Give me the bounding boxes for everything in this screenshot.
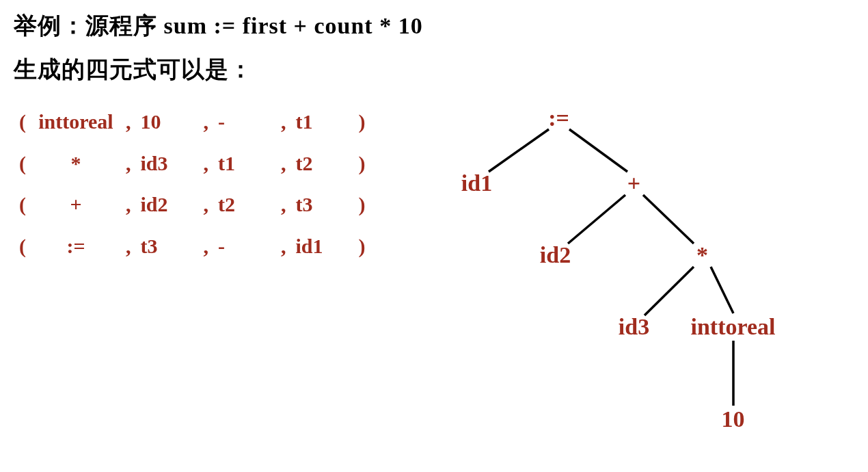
tree-edge: [643, 195, 694, 244]
quad-cell-a2: -: [214, 102, 275, 142]
quad-cell-c2: ,: [200, 144, 213, 184]
tree-node-inttoreal: inttoreal: [690, 314, 775, 340]
quad-cell-a1: 10: [137, 102, 198, 142]
quad-cell-a3: t3: [292, 185, 353, 225]
quadruple-row: (:=,t3,-,id1): [15, 226, 370, 267]
quad-cell-rp: ): [355, 144, 370, 184]
quadruple-row: (+,id2,t2,t3): [15, 185, 370, 225]
quad-cell-lp: (: [15, 102, 30, 142]
quad-cell-c1: ,: [122, 226, 135, 267]
heading-quadruples: 生成的四元式可以是：: [14, 54, 854, 86]
tree-node-assign: :=: [548, 105, 569, 131]
quad-cell-lp: (: [15, 185, 30, 225]
tree-edges: [398, 98, 822, 472]
syntax-tree: :=id1+id2*id3inttoreal10: [398, 98, 822, 472]
quad-cell-lp: (: [15, 144, 30, 184]
heading-example: 举例：源程序 sum := first + count * 10: [14, 10, 854, 42]
tree-node-ten: 10: [722, 406, 745, 432]
quad-cell-c2: ,: [200, 102, 213, 142]
quadruple-row: (inttoreal,10,-,t1): [15, 102, 370, 142]
quad-cell-a1: id2: [137, 185, 198, 225]
quad-cell-rp: ): [355, 185, 370, 225]
tree-edge: [645, 267, 694, 315]
quad-cell-c3: ,: [277, 226, 290, 267]
quad-cell-a3: t2: [292, 144, 353, 184]
quad-cell-a2: t2: [214, 185, 275, 225]
quad-cell-c2: ,: [200, 185, 213, 225]
tree-node-id2: id2: [540, 242, 571, 268]
quad-cell-c1: ,: [122, 102, 135, 142]
quad-cell-c1: ,: [122, 185, 135, 225]
quad-cell-rp: ): [355, 226, 370, 267]
tree-edge: [489, 129, 549, 172]
quad-cell-a1: id3: [137, 144, 198, 184]
quad-cell-op: inttoreal: [31, 102, 120, 142]
quad-cell-c3: ,: [277, 144, 290, 184]
quad-cell-a2: -: [214, 226, 275, 267]
quad-cell-a2: t1: [214, 144, 275, 184]
quad-cell-a3: t1: [292, 102, 353, 142]
quad-cell-op: :=: [31, 226, 120, 267]
quad-cell-c3: ,: [277, 102, 290, 142]
quad-cell-op: +: [31, 185, 120, 225]
content-row: (inttoreal,10,-,t1)(*,id3,t1,t2)(+,id2,t…: [14, 98, 854, 472]
tree-edge: [569, 129, 627, 172]
tree-node-plus: +: [627, 170, 640, 196]
tree-node-star: *: [696, 242, 708, 268]
quad-cell-a3: id1: [292, 226, 353, 267]
tree-edge: [711, 267, 733, 313]
tree-node-id1: id1: [461, 170, 492, 196]
quad-cell-c1: ,: [122, 144, 135, 184]
quad-cell-c2: ,: [200, 226, 213, 267]
quad-cell-c3: ,: [277, 185, 290, 225]
quad-cell-a1: t3: [137, 226, 198, 267]
quad-cell-rp: ): [355, 102, 370, 142]
quad-cell-lp: (: [15, 226, 30, 267]
quadruple-row: (*,id3,t1,t2): [15, 144, 370, 184]
quad-cell-op: *: [31, 144, 120, 184]
quadruple-table: (inttoreal,10,-,t1)(*,id3,t1,t2)(+,id2,t…: [14, 101, 371, 267]
tree-edge: [568, 195, 625, 244]
tree-node-id3: id3: [619, 314, 649, 340]
